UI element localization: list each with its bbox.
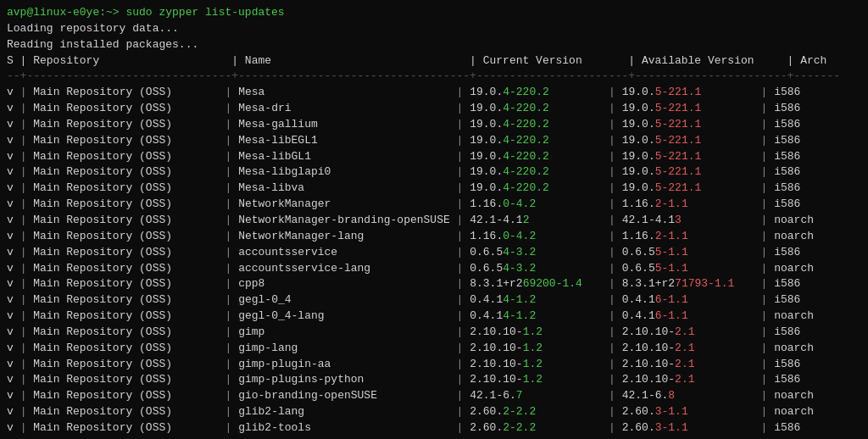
table-row: v | Main Repository (OSS) | Mesa-libva |… xyxy=(7,181,861,197)
table-row: v | Main Repository (OSS) | NetworkManag… xyxy=(7,213,861,229)
table-row: v | Main Repository (OSS) | gimp-lang | … xyxy=(7,341,861,357)
table-row: v | Main Repository (OSS) | Mesa-dri | 1… xyxy=(7,101,861,117)
table-separator: --+-------------------------------+-----… xyxy=(7,69,861,85)
table-row: v | Main Repository (OSS) | gio-branding… xyxy=(7,388,861,404)
table-row: v | Main Repository (OSS) | gegl-0_4-lan… xyxy=(7,308,861,325)
loading-repo-line: Loading repository data... xyxy=(7,21,861,37)
table-row: v | Main Repository (OSS) | NetworkManag… xyxy=(7,197,861,213)
terminal-window: avp@linux-e0ye:~> sudo zypper list-updat… xyxy=(7,5,861,434)
table-header: S | Repository | Name | Current Version … xyxy=(7,53,861,69)
table-row: v | Main Repository (OSS) | accountsserv… xyxy=(7,245,861,261)
table-row: v | Main Repository (OSS) | cpp8 | 8.3.1… xyxy=(7,276,861,292)
table-row: v | Main Repository (OSS) | gimp | 2.10.… xyxy=(7,325,861,341)
table-row: v | Main Repository (OSS) | NetworkManag… xyxy=(7,229,861,245)
prompt-line: avp@linux-e0ye:~> sudo zypper list-updat… xyxy=(7,5,861,21)
table-row: v | Main Repository (OSS) | Mesa-libEGL1… xyxy=(7,133,861,149)
table-row: v | Main Repository (OSS) | gimp-plugin-… xyxy=(7,357,861,373)
table-row: v | Main Repository (OSS) | glib2-tools … xyxy=(7,420,861,434)
table-row: v | Main Repository (OSS) | gegl-0_4 | 0… xyxy=(7,292,861,308)
table-row: v | Main Repository (OSS) | Mesa-libglap… xyxy=(7,164,861,181)
table-row: v | Main Repository (OSS) | Mesa-libGL1 … xyxy=(7,149,861,165)
table-row: v | Main Repository (OSS) | glib2-lang |… xyxy=(7,404,861,420)
table-row: v | Main Repository (OSS) | gimp-plugins… xyxy=(7,372,861,388)
table-row: v | Main Repository (OSS) | Mesa | 19.0.… xyxy=(7,85,861,101)
table-body: v | Main Repository (OSS) | Mesa | 19.0.… xyxy=(7,85,861,434)
table-row: v | Main Repository (OSS) | accountsserv… xyxy=(7,261,861,277)
reading-packages-line: Reading installed packages... xyxy=(7,37,861,53)
table-row: v | Main Repository (OSS) | Mesa-gallium… xyxy=(7,117,861,133)
